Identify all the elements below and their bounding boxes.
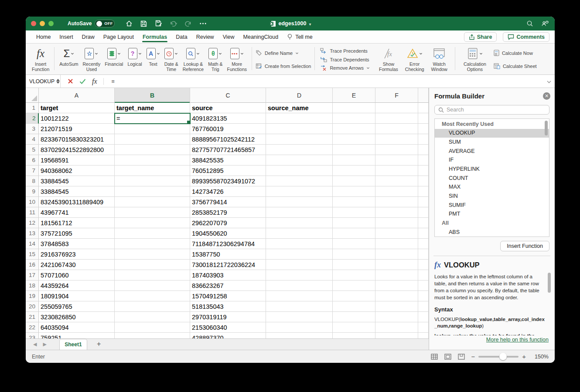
create-from-selection-button[interactable]: Create from Selection — [256, 62, 311, 71]
cell-E5[interactable] — [333, 145, 375, 155]
row-header-11[interactable]: 11 — [26, 207, 39, 218]
cell-F16[interactable] — [375, 260, 418, 270]
column-header-D[interactable]: D — [266, 88, 333, 103]
cell-C13[interactable]: 1904550620 — [190, 228, 266, 239]
cell-A4[interactable]: 823367015830323201 — [39, 134, 115, 145]
recently-used-button[interactable]: ☆ Recently Used — [80, 45, 102, 74]
cell-C10[interactable]: 3756779414 — [190, 197, 266, 207]
cell-D10[interactable] — [266, 197, 333, 207]
tab-tell-me[interactable]: Tell me — [283, 30, 317, 44]
cell-x13[interactable] — [418, 228, 429, 239]
row-header-15[interactable]: 15 — [26, 249, 39, 260]
more-help-link[interactable]: More help on this function — [486, 337, 549, 343]
cell-C12[interactable]: 2962207079 — [190, 218, 266, 228]
search-icon[interactable] — [526, 20, 533, 27]
cell-x20[interactable] — [418, 301, 429, 312]
cell-F20[interactable] — [375, 301, 418, 312]
cell-B4[interactable] — [115, 134, 190, 145]
row-header-20[interactable]: 20 — [26, 301, 39, 312]
row-header-12[interactable]: 12 — [26, 218, 39, 228]
cell-C14[interactable]: 711848712306294784 — [190, 239, 266, 249]
cell-E16[interactable] — [333, 260, 375, 270]
cell-B20[interactable] — [115, 301, 190, 312]
cell-E4[interactable] — [333, 134, 375, 145]
cell-C17[interactable]: 187403903 — [190, 270, 266, 280]
cell-B17[interactable] — [115, 270, 190, 280]
tab-insert[interactable]: Insert — [55, 30, 77, 44]
cell-A17[interactable]: 57071060 — [39, 270, 115, 280]
cell-E15[interactable] — [333, 249, 375, 260]
confirm-entry-icon[interactable] — [79, 78, 86, 84]
tab-data[interactable]: Data — [171, 30, 191, 44]
cell-x6[interactable] — [418, 155, 429, 166]
show-formulas-button[interactable]: fx Show Formulas — [377, 45, 400, 74]
cell-F3[interactable] — [375, 124, 418, 134]
cell-C6[interactable]: 388425535 — [190, 155, 266, 166]
cell-B3[interactable] — [115, 124, 190, 134]
insert-function-button[interactable]: fx Insert Function — [28, 45, 51, 74]
cell-F12[interactable] — [375, 218, 418, 228]
define-name-button[interactable]: Define Name — [256, 49, 311, 57]
panel-close-icon[interactable]: ✕ — [543, 92, 550, 100]
cell-A6[interactable]: 19568591 — [39, 155, 115, 166]
column-header-B[interactable]: B — [115, 88, 190, 103]
cell-D2[interactable] — [266, 113, 333, 124]
cell-F5[interactable] — [375, 145, 418, 155]
page-layout-view-icon[interactable] — [444, 353, 451, 360]
tab-meaningcloud[interactable]: MeaningCloud — [239, 30, 283, 44]
cell-A7[interactable]: 940368062 — [39, 166, 115, 176]
cell-C15[interactable]: 15387750 — [190, 249, 266, 260]
calculate-now-button[interactable]: Calculate Now — [494, 49, 537, 57]
insert-function-icon[interactable]: fx — [92, 78, 97, 85]
cell-F13[interactable] — [375, 228, 418, 239]
cell-C3[interactable]: 767760019 — [190, 124, 266, 134]
cell-x16[interactable] — [418, 260, 429, 270]
cell-A18[interactable]: 44359264 — [39, 280, 115, 291]
cell-E8[interactable] — [333, 176, 375, 186]
cell-B5[interactable] — [115, 145, 190, 155]
cell-F6[interactable] — [375, 155, 418, 166]
tab-review[interactable]: Review — [192, 30, 218, 44]
cell-C2[interactable]: 4091823135 — [190, 113, 266, 124]
cell-x12[interactable] — [418, 218, 429, 228]
cell-B13[interactable] — [115, 228, 190, 239]
cell-E3[interactable] — [333, 124, 375, 134]
math-trig-button[interactable]: θ Math & Trig — [206, 45, 225, 74]
function-item-if[interactable]: IF — [435, 156, 549, 165]
cell-B11[interactable] — [115, 207, 190, 218]
logical-button[interactable]: ? Logical — [125, 45, 144, 74]
cell-E11[interactable] — [333, 207, 375, 218]
row-header-23[interactable]: 23 — [26, 333, 39, 338]
cell-C19[interactable]: 1570491258 — [190, 291, 266, 301]
cell-E18[interactable] — [333, 280, 375, 291]
zoom-out-button[interactable]: − — [471, 353, 475, 360]
cell-D5[interactable] — [266, 145, 333, 155]
cell-A13[interactable]: 375721095 — [39, 228, 115, 239]
cell-C7[interactable]: 760512895 — [190, 166, 266, 176]
function-item-sin[interactable]: SIN — [435, 192, 549, 201]
zoom-slider[interactable] — [478, 356, 519, 358]
title-chevron-icon[interactable]: ▾ — [309, 22, 311, 27]
cell-F14[interactable] — [375, 239, 418, 249]
cell-E20[interactable] — [333, 301, 375, 312]
cell-E13[interactable] — [333, 228, 375, 239]
row-header-8[interactable]: 8 — [26, 176, 39, 186]
cell-E12[interactable] — [333, 218, 375, 228]
row-header-14[interactable]: 14 — [26, 239, 39, 249]
cell-F10[interactable] — [375, 197, 418, 207]
cell-C9[interactable]: 142734726 — [190, 186, 266, 197]
cell-B19[interactable] — [115, 291, 190, 301]
cell-A10[interactable]: 832453901311889409 — [39, 197, 115, 207]
cell-D22[interactable] — [266, 322, 333, 333]
cell-E7[interactable] — [333, 166, 375, 176]
financial-button[interactable]: Financial — [102, 45, 125, 74]
sheet-tab-sheet1[interactable]: Sheet1 — [59, 339, 87, 350]
cell-D15[interactable] — [266, 249, 333, 260]
cell-F21[interactable] — [375, 312, 418, 322]
row-header-2[interactable]: 2 — [26, 113, 39, 124]
cell-E6[interactable] — [333, 155, 375, 166]
function-item-sumif[interactable]: SUMIF — [435, 201, 549, 210]
cell-B12[interactable] — [115, 218, 190, 228]
cell-B8[interactable] — [115, 176, 190, 186]
home-icon[interactable] — [125, 20, 133, 27]
